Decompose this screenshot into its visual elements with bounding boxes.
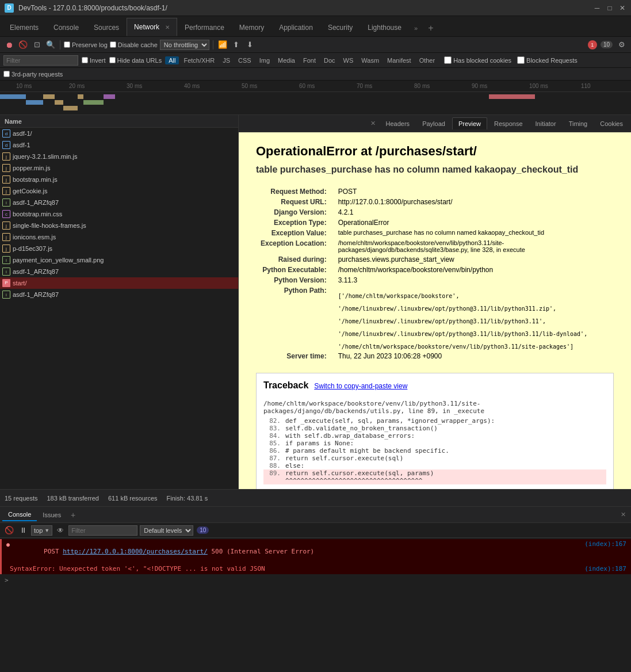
list-item[interactable]: j popper.min.js <box>0 162 238 174</box>
tab-payload[interactable]: Payload <box>416 118 451 129</box>
blocked-cookies-label[interactable]: Has blocked cookies <box>444 56 511 64</box>
search-button[interactable]: 🔍 <box>45 39 56 51</box>
minimize-button[interactable]: ─ <box>593 4 601 12</box>
list-item[interactable]: j single-file-hooks-frames.js <box>0 220 238 231</box>
tab-application[interactable]: Application <box>271 18 320 36</box>
tab-headers[interactable]: Headers <box>380 118 416 129</box>
new-bottom-tab-button[interactable]: + <box>67 509 79 521</box>
list-item[interactable]: d asdf-1 <box>0 139 238 151</box>
tab-response[interactable]: Response <box>488 118 529 129</box>
filter-tab-manifest[interactable]: Manifest <box>384 56 415 64</box>
preserve-log-checkbox[interactable] <box>64 41 70 48</box>
detail-tabs: ✕ Headers Payload Preview Response Initi… <box>239 115 631 132</box>
bottom-tab-issues[interactable]: Issues <box>37 509 67 521</box>
record-button[interactable]: ⏺ <box>3 39 15 51</box>
list-item[interactable]: j getCookie.js <box>0 185 238 197</box>
list-item[interactable]: j bootstrap.min.js <box>0 174 238 185</box>
filter-tab-ws[interactable]: WS <box>340 56 357 64</box>
settings-button[interactable]: ⚙ <box>616 39 628 51</box>
filter-tab-all[interactable]: All <box>165 56 179 64</box>
tab-lighthouse[interactable]: Lighthouse <box>360 18 409 36</box>
log-entry-syntax-error[interactable]: SyntaxError: Unexpected token '<', "<!DO… <box>0 564 631 574</box>
list-item[interactable]: i asdf-1_ARZfq87 <box>0 289 238 300</box>
clear-button[interactable]: 🚫 <box>17 39 29 51</box>
filter-tab-fetchxhr[interactable]: Fetch/XHR <box>180 56 218 64</box>
tab-elements[interactable]: Elements <box>2 18 46 36</box>
hide-data-urls-checkbox[interactable] <box>109 57 116 63</box>
tab-memory[interactable]: Memory <box>232 18 271 36</box>
preserve-log-label[interactable]: Preserve log <box>64 41 108 48</box>
third-party-label[interactable]: 3rd-party requests <box>3 71 63 78</box>
console-clear-button[interactable]: 🚫 <box>3 525 15 536</box>
item-name: ionicons.esm.js <box>13 234 236 240</box>
console-pause-button[interactable]: ⏸ <box>17 525 29 536</box>
filter-toggle-button[interactable]: ⊡ <box>31 39 43 51</box>
filter-tab-js[interactable]: JS <box>219 56 234 64</box>
wifi-button[interactable]: 📶 <box>217 39 228 51</box>
list-item[interactable]: j ionicons.esm.js <box>0 231 238 243</box>
invert-checkbox[interactable] <box>82 57 88 63</box>
blocked-cookies-checkbox[interactable] <box>444 56 452 64</box>
list-item[interactable]: j jquery-3.2.1.slim.min.js <box>0 151 238 162</box>
filter-tab-other[interactable]: Other <box>416 56 439 64</box>
list-item[interactable]: i asdf-1_ARZfq87 <box>0 197 238 208</box>
close-detail-button[interactable]: ✕ <box>368 118 379 129</box>
throttle-select[interactable]: No throttling <box>160 40 209 50</box>
console-eye-button[interactable]: 👁 <box>55 525 66 536</box>
tick-60ms: 60 ms <box>299 83 315 89</box>
list-item[interactable]: i asdf-1_ARZfq87 <box>0 266 238 277</box>
list-item[interactable]: i payment_icon_yellow_small.png <box>0 254 238 266</box>
log-source-link[interactable]: (index):167 <box>584 540 626 548</box>
error-url[interactable]: http://127.0.0.1:8000/purchases/start/ <box>63 548 208 555</box>
filter-tab-doc[interactable]: Doc <box>320 56 339 64</box>
tab-timing[interactable]: Timing <box>563 118 594 129</box>
filter-input[interactable] <box>3 55 78 66</box>
log-entry-post-error[interactable]: ● POST http://127.0.0.1:8000/purchases/s… <box>0 539 631 564</box>
blocked-requests-label[interactable]: Blocked Requests <box>517 56 578 64</box>
tab-overflow-button[interactable]: » <box>409 20 423 36</box>
tab-security[interactable]: Security <box>320 18 360 36</box>
traceback-copy-link[interactable]: Switch to copy-and-paste view <box>314 382 407 390</box>
filter-tab-font[interactable]: Font <box>300 56 319 64</box>
prompt-input-area[interactable] <box>11 575 626 585</box>
tab-sources[interactable]: Sources <box>86 18 127 36</box>
console-filter-input[interactable] <box>68 525 137 536</box>
tab-network-close[interactable]: ✕ <box>165 24 170 30</box>
tab-performance[interactable]: Performance <box>177 18 232 36</box>
tab-cookies[interactable]: Cookies <box>594 118 629 129</box>
invert-label[interactable]: Invert <box>82 57 106 64</box>
new-tab-button[interactable]: + <box>423 20 439 36</box>
filter-tab-img[interactable]: Img <box>256 56 273 64</box>
log-source-link[interactable]: (index):187 <box>584 565 626 572</box>
maximize-button[interactable]: □ <box>606 4 614 12</box>
disable-cache-checkbox[interactable] <box>110 41 116 48</box>
list-item[interactable]: d asdf-1/ <box>0 128 238 139</box>
list-item[interactable]: j p-d15ec307.js <box>0 243 238 254</box>
upload-button[interactable]: ⬆ <box>231 39 242 51</box>
list-item-selected[interactable]: P start/ <box>0 277 238 289</box>
tab-initiator[interactable]: Initiator <box>530 118 562 129</box>
close-button[interactable]: ✕ <box>618 4 626 12</box>
log-level-select[interactable]: Default levels <box>140 525 193 536</box>
hide-data-urls-label[interactable]: Hide data URLs <box>109 57 162 64</box>
filter-tab-wasm[interactable]: Wasm <box>358 56 383 64</box>
preview-area[interactable]: OperationalError at /purchases/start/ ta… <box>239 132 631 489</box>
third-party-checkbox[interactable] <box>3 71 10 77</box>
close-console-button[interactable]: ✕ <box>617 509 629 521</box>
list-item[interactable]: c bootstrap.min.css <box>0 208 238 220</box>
status-bar: 15 requests 183 kB transferred 611 kB re… <box>0 489 631 506</box>
tab-console[interactable]: Console <box>46 18 86 36</box>
disable-cache-label[interactable]: Disable cache <box>110 41 158 48</box>
network-toolbar: ⏺ 🚫 ⊡ 🔍 Preserve log Disable cache No th… <box>0 37 631 53</box>
bottom-tab-console[interactable]: Console <box>2 509 37 521</box>
tab-preview[interactable]: Preview <box>452 117 487 129</box>
download-button[interactable]: ⬇ <box>244 39 256 51</box>
tab-network[interactable]: Network ✕ <box>127 18 177 36</box>
table-row: Python Version: 3.11.3 <box>256 275 614 285</box>
top-context-selector[interactable]: top ▼ <box>31 525 52 536</box>
timeline: 10 ms 20 ms 30 ms 40 ms 50 ms 60 ms 70 m… <box>0 81 631 115</box>
item-name: single-file-hooks-frames.js <box>13 222 236 229</box>
filter-tab-media[interactable]: Media <box>274 56 299 64</box>
filter-tab-css[interactable]: CSS <box>235 56 255 64</box>
blocked-requests-checkbox[interactable] <box>517 56 525 64</box>
